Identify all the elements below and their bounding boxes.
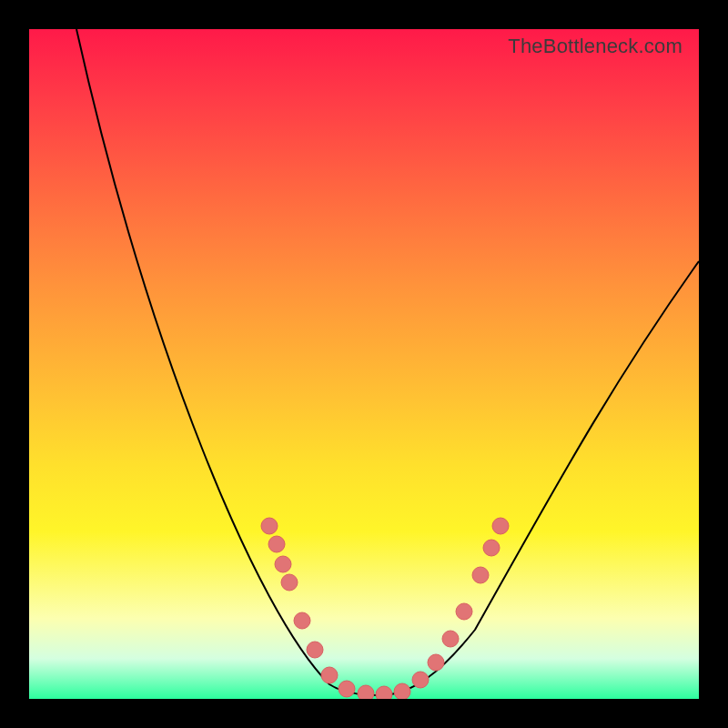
markers-right — [394, 518, 509, 699]
data-marker — [261, 518, 278, 534]
curve-group — [76, 29, 699, 695]
data-marker — [275, 556, 291, 572]
data-marker — [428, 654, 444, 671]
data-marker — [321, 667, 338, 683]
chart-svg — [29, 29, 699, 699]
data-marker — [492, 518, 509, 534]
data-marker — [358, 685, 374, 699]
right-curve — [384, 261, 699, 695]
data-marker — [268, 536, 285, 552]
data-marker — [483, 540, 500, 556]
markers-left — [261, 518, 392, 699]
chart-frame: TheBottleneck.com — [0, 0, 728, 728]
chart-plot-area: TheBottleneck.com — [29, 29, 699, 699]
data-marker — [472, 567, 489, 583]
data-marker — [394, 683, 410, 699]
left-curve — [76, 29, 379, 695]
data-marker — [442, 631, 459, 647]
data-marker — [294, 612, 310, 629]
data-marker — [376, 686, 392, 699]
data-marker — [281, 574, 298, 591]
data-marker — [307, 642, 323, 658]
data-marker — [412, 672, 429, 688]
data-marker — [339, 681, 355, 697]
data-marker — [456, 603, 472, 620]
